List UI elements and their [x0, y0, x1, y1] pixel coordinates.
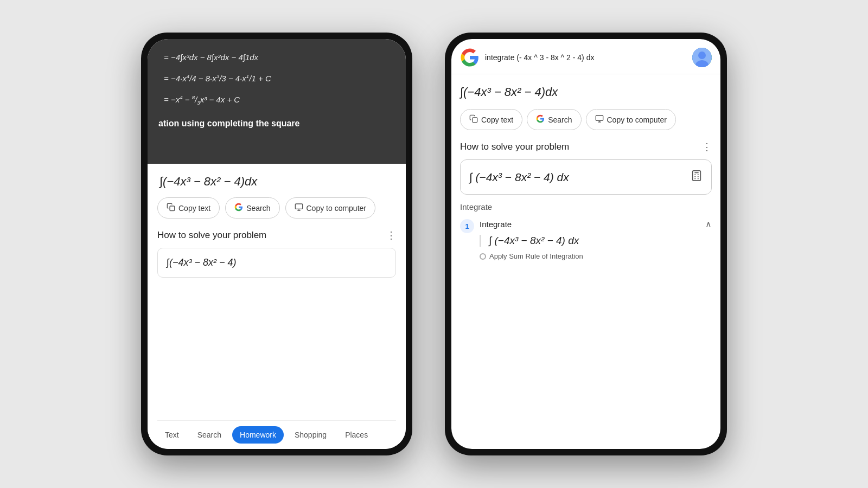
right-phone-screen: integrate (- 4x ^ 3 - 8x ^ 2 - 4) dx ∫(−…	[451, 39, 720, 449]
user-avatar[interactable]	[692, 48, 712, 67]
left-solve-box: ∫(−4x³ − 8x² − 4)	[157, 248, 396, 278]
svg-rect-0	[170, 206, 175, 211]
apply-rule-row: Apply Sum Rule of Integration	[480, 252, 712, 260]
chevron-up-icon[interactable]: ∧	[705, 219, 712, 229]
left-search-label: Search	[246, 204, 270, 213]
math-line-3: = −x4 − 8/3x³ − 4x + C	[158, 92, 395, 108]
right-search-label: Search	[548, 115, 572, 124]
left-section-header: How to solve your problem ⋮	[157, 229, 396, 241]
bottom-tabs: Text Search Homework Shopping Places	[157, 420, 396, 449]
right-copy-text-label: Copy text	[481, 115, 513, 124]
right-copy-text-button[interactable]: Copy text	[460, 109, 522, 130]
more-vert-icon[interactable]: ⋮	[386, 229, 396, 241]
tab-shopping[interactable]: Shopping	[287, 426, 334, 444]
google-g-icon-right	[536, 114, 545, 125]
right-math-expr: ∫(−4x³ − 8x² − 4)dx	[460, 83, 712, 101]
tab-homework[interactable]: Homework	[232, 426, 284, 444]
google-logo	[460, 48, 480, 67]
svg-point-3	[698, 52, 706, 59]
search-query-text: integrate (- 4x ^ 3 - 8x ^ 2 - 4) dx	[485, 53, 687, 62]
svg-rect-6	[596, 115, 603, 120]
left-copy-text-label: Copy text	[178, 204, 210, 213]
circle-icon	[480, 253, 486, 260]
left-section-title: How to solve your problem	[157, 230, 266, 241]
right-main: ∫(−4x³ − 8x² − 4)dx Copy text	[451, 74, 720, 449]
math-line-1: = −4∫x³dx − 8∫x²dx − 4∫1dx	[158, 50, 395, 65]
left-action-buttons: Copy text Search	[157, 197, 396, 219]
right-search-button[interactable]: Search	[527, 109, 581, 130]
completing-square-label: ation using completing the square	[158, 119, 395, 129]
google-g-icon	[234, 203, 243, 213]
computer-icon-right	[595, 114, 604, 125]
right-copy-computer-label: Copy to computer	[607, 115, 667, 124]
right-solve-box: ∫ (−4x³ − 8x² − 4) dx	[460, 159, 712, 195]
right-action-buttons: Copy text Search	[460, 109, 712, 130]
left-content: = −4∫x³dx − 8∫x²dx − 4∫1dx = −4·x4/4 − 8…	[148, 39, 406, 449]
right-section-header: How to solve your problem ⋮	[460, 141, 712, 153]
step-content: Integrate ∧ ∫ (−4x³ − 8x² − 4) dx Apply …	[480, 219, 712, 260]
svg-rect-5	[473, 118, 477, 123]
step-1-item: 1 Integrate ∧ ∫ (−4x³ − 8x² − 4) dx Appl…	[460, 219, 712, 260]
left-math-expr: ∫(−4x³ − 8x² − 4)dx	[157, 175, 396, 189]
right-copy-computer-button[interactable]: Copy to computer	[586, 109, 676, 130]
step-title-row: Integrate ∧	[480, 219, 712, 229]
left-white-area: ∫(−4x³ − 8x² − 4)dx Copy text	[148, 164, 406, 449]
right-more-vert-icon[interactable]: ⋮	[702, 141, 712, 153]
right-content: integrate (- 4x ^ 3 - 8x ^ 2 - 4) dx ∫(−…	[451, 39, 720, 449]
computer-icon	[295, 203, 303, 213]
calculator-icon[interactable]	[691, 170, 703, 184]
tab-places[interactable]: Places	[337, 426, 375, 444]
left-copy-computer-label: Copy to computer	[307, 204, 367, 213]
search-bar: integrate (- 4x ^ 3 - 8x ^ 2 - 4) dx	[451, 39, 720, 74]
math-line-2: = −4·x4/4 − 8·x3/3 − 4·x1/1 + C	[158, 71, 395, 86]
left-phone: = −4∫x³dx − 8∫x²dx − 4∫1dx = −4·x4/4 − 8…	[141, 33, 412, 455]
integrate-label: Integrate	[460, 202, 712, 211]
svg-rect-7	[693, 171, 701, 181]
right-solve-math: ∫ (−4x³ − 8x² − 4) dx	[469, 171, 569, 184]
left-search-button[interactable]: Search	[225, 197, 279, 219]
tab-text[interactable]: Text	[157, 426, 187, 444]
dark-top-area: = −4∫x³dx − 8∫x²dx − 4∫1dx = −4·x4/4 − 8…	[148, 39, 406, 164]
copy-icon-right	[469, 114, 478, 125]
step-title-text: Integrate	[480, 220, 512, 229]
apply-rule-text: Apply Sum Rule of Integration	[489, 252, 583, 260]
left-copy-text-button[interactable]: Copy text	[157, 197, 220, 219]
right-section-title: How to solve your problem	[460, 142, 569, 152]
step-number: 1	[460, 219, 474, 233]
step-math: ∫ (−4x³ − 8x² − 4) dx	[480, 235, 712, 247]
svg-rect-1	[295, 204, 302, 209]
copy-icon	[167, 203, 175, 213]
right-phone: integrate (- 4x ^ 3 - 8x ^ 2 - 4) dx ∫(−…	[445, 33, 727, 455]
left-phone-screen: = −4∫x³dx − 8∫x²dx − 4∫1dx = −4·x4/4 − 8…	[148, 39, 406, 449]
left-copy-computer-button[interactable]: Copy to computer	[285, 197, 376, 219]
tab-search[interactable]: Search	[190, 426, 229, 444]
